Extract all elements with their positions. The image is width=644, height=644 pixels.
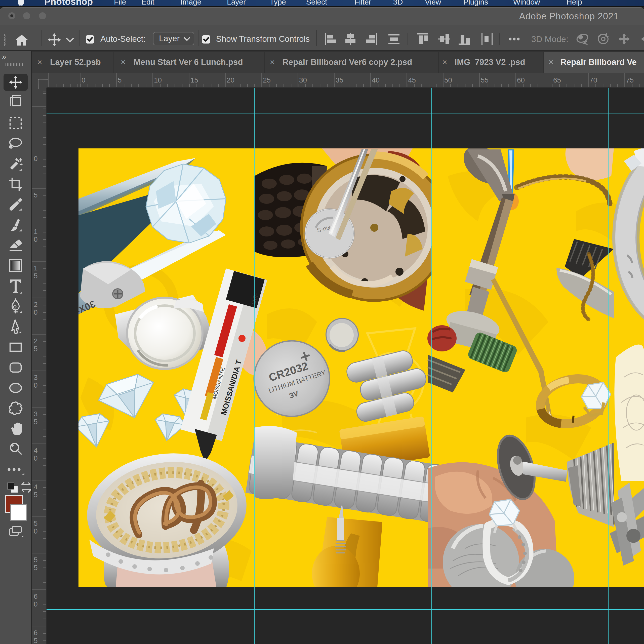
svg-text:3D Mode:: 3D Mode:	[531, 34, 568, 44]
svg-text:»: »	[2, 52, 6, 61]
